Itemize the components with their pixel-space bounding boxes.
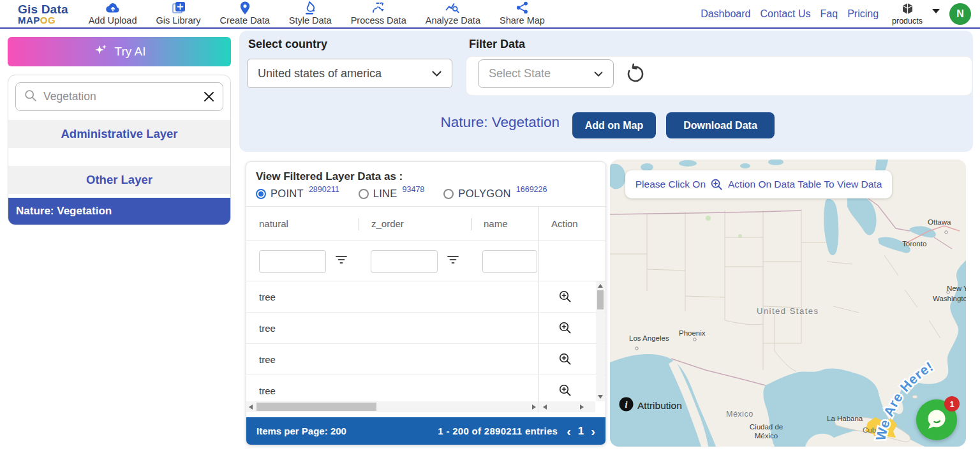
nav-link-pricing[interactable]: Pricing xyxy=(847,8,879,20)
nav-item-process-data[interactable]: Process Data xyxy=(351,1,406,26)
main-menu: Add Upload Gis Library Create Data Style… xyxy=(89,0,545,27)
nav-link-faq[interactable]: Faq xyxy=(820,8,838,20)
line-count: 93478 xyxy=(403,185,425,194)
nav-item-style-data[interactable]: Style Data xyxy=(289,1,332,26)
header-right: Dashboard Contact Us Faq Pricing product… xyxy=(701,3,971,26)
process-flow-icon xyxy=(371,1,385,15)
map-hint-banner: Please Click On Action On Data Table To … xyxy=(625,170,892,198)
filter-panel: Select country United states of america … xyxy=(239,31,973,152)
search-wrap xyxy=(8,75,230,120)
scroll-left-arrow[interactable] xyxy=(249,405,253,410)
column-header-name[interactable]: name xyxy=(484,207,508,241)
scroll-down-arrow[interactable] xyxy=(598,395,603,399)
avatar[interactable]: N xyxy=(949,3,971,25)
column-header-natural[interactable]: natural xyxy=(259,207,288,241)
search-icon xyxy=(24,89,37,105)
filter-input-name[interactable] xyxy=(482,250,537,273)
scroll-left-arrow[interactable] xyxy=(543,405,547,410)
zoom-to-feature-icon[interactable] xyxy=(558,290,572,304)
nav-item-gis-library[interactable]: Gis Library xyxy=(156,1,200,26)
zoom-to-feature-icon[interactable] xyxy=(558,383,572,397)
table-row: tree xyxy=(246,375,605,401)
vertical-scrollbar[interactable] xyxy=(596,281,605,401)
try-ai-button[interactable]: Try AI xyxy=(8,37,231,66)
layer-search-card: Administrative Layer Other Layer Nature:… xyxy=(8,75,231,225)
nav-item-share-map[interactable]: Share Map xyxy=(500,1,545,26)
zoom-to-feature-icon[interactable] xyxy=(558,352,572,366)
logo-line2: MAPOG xyxy=(18,15,68,25)
reset-filter-button[interactable] xyxy=(625,63,646,85)
pagination: ‹ 1 › xyxy=(567,425,595,438)
action-horizontal-scrollbar[interactable] xyxy=(538,401,595,412)
next-page-button[interactable]: › xyxy=(591,425,595,438)
products-menu[interactable]: products xyxy=(892,3,923,26)
chevron-down-icon[interactable] xyxy=(932,9,940,13)
country-select[interactable]: United states of america xyxy=(247,59,452,88)
view-as-label: View Filtered Layer Data as : xyxy=(246,162,605,183)
point-count: 2890211 xyxy=(309,185,339,194)
analyze-stats-icon xyxy=(445,1,460,15)
section-other-layer[interactable]: Other Layer xyxy=(8,166,230,194)
data-table-card: View Filtered Layer Data as : POINT 2890… xyxy=(246,161,606,445)
items-per-page: Items per Page: 200 xyxy=(256,426,346,436)
section-administrative-layer[interactable]: Administrative Layer xyxy=(8,120,230,148)
table-row: tree xyxy=(246,344,605,375)
scroll-right-arrow[interactable] xyxy=(532,405,536,410)
layer-search-input[interactable] xyxy=(43,90,197,103)
radio-point[interactable]: POINT 2890211 xyxy=(256,188,339,200)
radio-icon xyxy=(256,189,266,199)
filter-icon[interactable] xyxy=(336,255,347,267)
nav-item-add-upload[interactable]: Add Upload xyxy=(89,1,137,26)
search-box xyxy=(15,82,223,111)
chat-widget-button[interactable]: 1 xyxy=(916,399,957,440)
prev-page-button[interactable]: ‹ xyxy=(567,425,571,438)
filter-input-natural[interactable] xyxy=(259,250,326,273)
nav-link-dashboard[interactable]: Dashboard xyxy=(701,8,750,20)
svg-text:i: i xyxy=(625,400,628,410)
polygon-count: 1669226 xyxy=(516,185,547,194)
scrollbar-thumb[interactable] xyxy=(256,403,376,411)
zoom-in-icon xyxy=(710,178,724,191)
top-nav: Gis Data MAPOG Add Upload Gis Library xyxy=(0,0,980,29)
radio-line[interactable]: LINE 93478 xyxy=(359,188,425,200)
radio-icon xyxy=(359,189,369,199)
chevron-down-icon xyxy=(594,67,603,80)
scroll-right-arrow[interactable] xyxy=(580,405,584,410)
column-header-z-order[interactable]: z_order xyxy=(371,207,404,241)
brand-logo[interactable]: Gis Data MAPOG xyxy=(18,3,68,25)
filter-input-z-order[interactable] xyxy=(371,250,438,273)
chat-bubble-icon xyxy=(924,407,949,433)
download-data-button[interactable]: Download Data xyxy=(666,112,775,138)
library-add-icon xyxy=(172,1,186,15)
table-content: View Filtered Layer Data as : POINT 2890… xyxy=(246,162,605,417)
table-row: tree xyxy=(246,281,605,313)
column-separator xyxy=(359,218,359,230)
section-gap xyxy=(8,148,230,166)
horizontal-scrollbar[interactable] xyxy=(246,401,538,412)
radio-polygon[interactable]: POLYGON 1669226 xyxy=(443,188,547,200)
paint-drop-icon xyxy=(303,1,317,15)
map-pin-icon xyxy=(240,1,250,15)
layer-item-nature-vegetation[interactable]: Nature: Vegetation xyxy=(8,198,230,225)
scroll-up-arrow[interactable] xyxy=(598,284,603,288)
nav-item-create-data[interactable]: Create Data xyxy=(220,1,270,26)
state-select[interactable]: Select State xyxy=(478,59,614,88)
current-page[interactable]: 1 xyxy=(578,425,584,438)
sidebar: Try AI Administrative Layer Other Layer … xyxy=(8,37,231,225)
attribution-control[interactable]: i Attribution xyxy=(619,397,682,414)
nav-item-analyze-data[interactable]: Analyze Data xyxy=(426,1,480,26)
column-header-action: Action xyxy=(551,207,578,241)
map-view[interactable]: Ottawa Toronto New York Washington Unite… xyxy=(610,160,966,447)
table-rows: tree tree tree xyxy=(246,281,605,401)
table-row: tree xyxy=(246,313,605,344)
clear-search-icon[interactable] xyxy=(204,91,214,102)
zoom-to-feature-icon[interactable] xyxy=(558,321,572,335)
sparkle-icon xyxy=(93,43,108,61)
add-on-map-button[interactable]: Add on Map xyxy=(572,112,656,138)
column-filter-row xyxy=(246,241,605,281)
nav-link-contact-us[interactable]: Contact Us xyxy=(760,8,810,20)
entries-range: 1 - 200 of 2890211 entries xyxy=(438,426,558,436)
filter-icon[interactable] xyxy=(447,255,459,267)
scrollbar-thumb[interactable] xyxy=(597,290,604,309)
geometry-options: POINT 2890211 LINE 93478 POLYGON 1669226 xyxy=(246,183,605,200)
